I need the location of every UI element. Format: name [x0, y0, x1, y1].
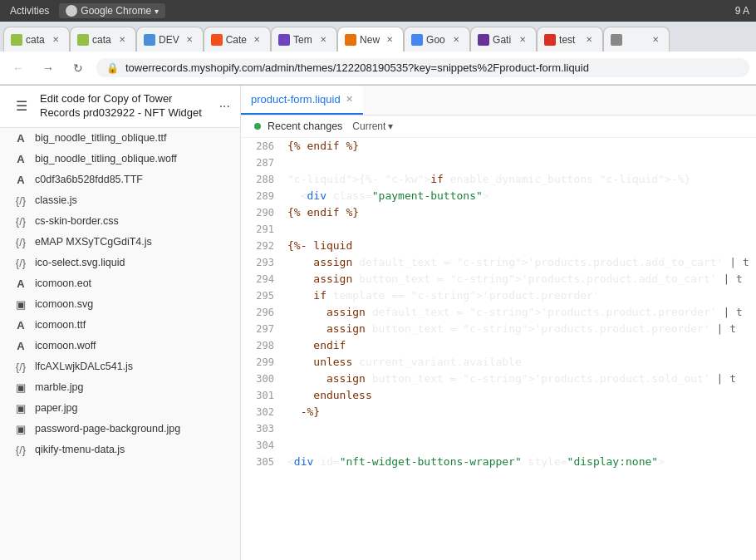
- line-content[interactable]: {% endif %}: [281, 138, 756, 155]
- sidebar-file-item[interactable]: ▣paper.jpg: [0, 398, 240, 419]
- line-content[interactable]: {% endif %}: [281, 204, 756, 221]
- file-name: big_noodle_titling_oblique.woff: [35, 153, 177, 165]
- css-icon: {/}: [13, 215, 28, 228]
- chrome-title: Google Chrome: [81, 5, 151, 17]
- line-content[interactable]: unless current_variant.available: [281, 354, 756, 371]
- browser-tab-dev[interactable]: DEV✕: [136, 27, 204, 52]
- file-name: password-page-background.jpg: [35, 423, 180, 435]
- tab-close-cata1[interactable]: ✕: [49, 33, 62, 47]
- sidebar-file-item[interactable]: {/}classie.js: [0, 190, 240, 211]
- sidebar-file-list: Abig_noodle_titling_oblique.ttfAbig_nood…: [0, 128, 240, 560]
- file-name: qikify-tmenu-data.js: [35, 444, 125, 455]
- line-content[interactable]: -%}: [281, 404, 756, 420]
- line-content[interactable]: endif: [281, 337, 756, 354]
- browser-tab-test[interactable]: test✕: [537, 27, 603, 52]
- line-content[interactable]: {%- liquid: [281, 238, 756, 254]
- editor-tab-label: product-form.liquid: [251, 93, 341, 106]
- tab-close-dev[interactable]: ✕: [183, 33, 196, 47]
- browser-tab-gati[interactable]: Gati✕: [470, 27, 537, 52]
- sidebar-file-item[interactable]: {/}qikify-tmenu-data.js: [0, 440, 240, 460]
- tab-label-dev: DEV: [159, 34, 179, 46]
- line-content[interactable]: <div class="payment-buttons">: [281, 188, 756, 204]
- code-editor[interactable]: 286{% endif %}287288"c-liquid">{%- "c-kw…: [241, 138, 756, 560]
- line-content[interactable]: assign default_text = "c-string">'produc…: [281, 254, 756, 271]
- sidebar-file-item[interactable]: Abig_noodle_titling_oblique.ttf: [0, 128, 240, 149]
- current-label: Current: [352, 120, 385, 132]
- line-content[interactable]: assign button_text = "c-string">'product…: [281, 321, 756, 337]
- sidebar-file-item[interactable]: ▣password-page-background.jpg: [0, 419, 240, 440]
- code-line: 301 endunless: [241, 387, 756, 404]
- browser-tab-ext[interactable]: ✕: [603, 27, 670, 52]
- editor-tab-close[interactable]: ✕: [346, 94, 353, 105]
- file-name: eMAP MXSyTCgGdiT4.js: [35, 236, 152, 248]
- code-line: 295 if template == "c-string">'product.p…: [241, 287, 756, 304]
- more-options-button[interactable]: ···: [219, 99, 230, 114]
- tab-favicon-cata1: [11, 34, 22, 46]
- sidebar-file-item[interactable]: Aicomoon.ttf: [0, 315, 240, 336]
- activities-button[interactable]: Activities: [7, 5, 52, 17]
- sidebar-file-item[interactable]: {/}ico-select.svg.liquid: [0, 253, 240, 273]
- browser-tab-goo[interactable]: Goo✕: [404, 27, 470, 52]
- browser-tab-cata1[interactable]: cata✕: [3, 27, 70, 52]
- back-button[interactable]: ←: [7, 56, 30, 80]
- sidebar-toggle-button[interactable]: ☰: [10, 95, 33, 118]
- code-line: 290{% endif %}: [241, 204, 756, 221]
- sidebar-file-item[interactable]: Aicomoon.eot: [0, 273, 240, 294]
- tab-close-ext[interactable]: ✕: [649, 33, 662, 47]
- line-number: 292: [241, 238, 281, 253]
- line-content[interactable]: <div id="nft-widget-buttons-wrapper" sty…: [281, 454, 756, 470]
- tab-close-gati[interactable]: ✕: [516, 33, 529, 47]
- tab-close-new[interactable]: ✕: [383, 33, 396, 47]
- sidebar-file-item[interactable]: Aicomoon.woff: [0, 336, 240, 356]
- sidebar-file-item[interactable]: Ac0df3a6b528fdd85.TTF: [0, 169, 240, 190]
- browser-tab-cate[interactable]: Cate✕: [204, 27, 271, 52]
- tab-close-test[interactable]: ✕: [582, 33, 596, 47]
- image-icon: ▣: [13, 298, 28, 311]
- forward-button[interactable]: →: [37, 56, 60, 80]
- chrome-dropdown-icon[interactable]: ▾: [155, 7, 159, 16]
- file-name: icomoon.ttf: [35, 319, 86, 331]
- file-name: icomoon.svg: [35, 298, 93, 310]
- browser-tab-new[interactable]: New✕: [337, 27, 404, 52]
- sidebar-file-item[interactable]: ▣icomoon.svg: [0, 294, 240, 315]
- line-number: 291: [241, 221, 281, 237]
- code-line: 288"c-liquid">{%- "c-kw">if enable_dynam…: [241, 171, 756, 188]
- line-number: 305: [241, 454, 281, 469]
- tab-close-cate[interactable]: ✕: [250, 33, 263, 47]
- tab-favicon-tem: [278, 34, 290, 46]
- address-bar[interactable]: 🔒 towerrecords.myshopify.com/admin/theme…: [96, 58, 749, 77]
- reload-button[interactable]: ↻: [66, 56, 90, 80]
- tab-label-goo: Goo: [426, 34, 446, 46]
- status-dot: [254, 123, 261, 130]
- browser-tab-cata2[interactable]: cata✕: [70, 27, 136, 52]
- code-line: 300 assign button_text = "c-string">'pro…: [241, 371, 756, 387]
- sidebar-file-item[interactable]: {/}lfcAXLwjkDALc541.js: [0, 356, 240, 377]
- line-content[interactable]: endunless: [281, 387, 756, 404]
- line-content[interactable]: if template == "c-string">'product.preor…: [281, 287, 756, 304]
- font-icon: A: [13, 174, 28, 186]
- current-button[interactable]: Current ▾: [352, 120, 393, 132]
- line-number: 294: [241, 271, 281, 287]
- tab-close-cata2[interactable]: ✕: [115, 33, 129, 47]
- editor-tab-product-form[interactable]: product-form.liquid ✕: [241, 86, 363, 115]
- tab-close-goo[interactable]: ✕: [449, 33, 463, 47]
- browser-tab-tem[interactable]: Tem✕: [271, 27, 337, 52]
- line-content[interactable]: assign default_text = "c-string">'produc…: [281, 304, 756, 321]
- line-content[interactable]: "c-liquid">{%- "c-kw">if enable_dynamic_…: [281, 171, 756, 188]
- sidebar-file-item[interactable]: ▣marble.jpg: [0, 377, 240, 398]
- line-number: 298: [241, 337, 281, 353]
- tab-close-tem[interactable]: ✕: [317, 33, 330, 47]
- font-icon: A: [13, 319, 28, 332]
- sidebar-file-item[interactable]: Abig_noodle_titling_oblique.woff: [0, 149, 240, 169]
- code-line: 293 assign default_text = "c-string">'pr…: [241, 254, 756, 271]
- file-name: icomoon.woff: [35, 340, 96, 351]
- file-name: ico-select.svg.liquid: [35, 257, 125, 268]
- tabs-bar: cata✕cata✕DEV✕Cate✕Tem✕New✕Goo✕Gati✕test…: [0, 22, 756, 52]
- sidebar-file-item[interactable]: {/}cs-skin-border.css: [0, 211, 240, 232]
- line-content[interactable]: assign button_text = "c-string">'product…: [281, 271, 756, 287]
- sidebar-file-item[interactable]: {/}eMAP MXSyTCgGdiT4.js: [0, 232, 240, 253]
- main-editor: product-form.liquid ✕ Recent changes Cur…: [241, 86, 756, 560]
- code-line: 294 assign button_text = "c-string">'pro…: [241, 271, 756, 287]
- js-icon: {/}: [13, 194, 28, 207]
- line-content[interactable]: assign button_text = "c-string">'product…: [281, 371, 756, 387]
